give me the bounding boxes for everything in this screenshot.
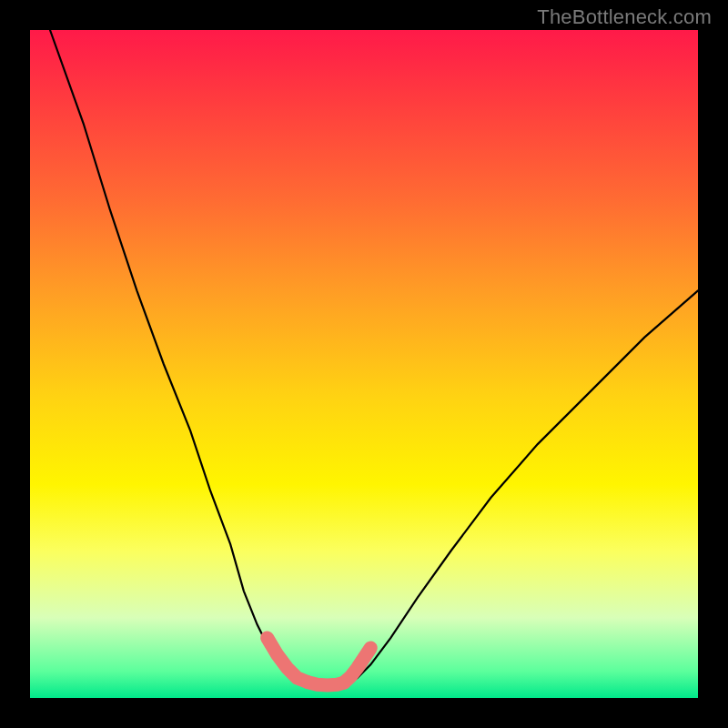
curve-right <box>344 290 698 686</box>
watermark-text: TheBottleneck.com <box>537 5 712 29</box>
chart-frame: TheBottleneck.com <box>0 0 728 728</box>
marker-right-rise <box>344 648 370 682</box>
curve-left <box>50 30 310 686</box>
chart-svg <box>30 30 698 698</box>
marker-left-descent <box>268 638 308 682</box>
